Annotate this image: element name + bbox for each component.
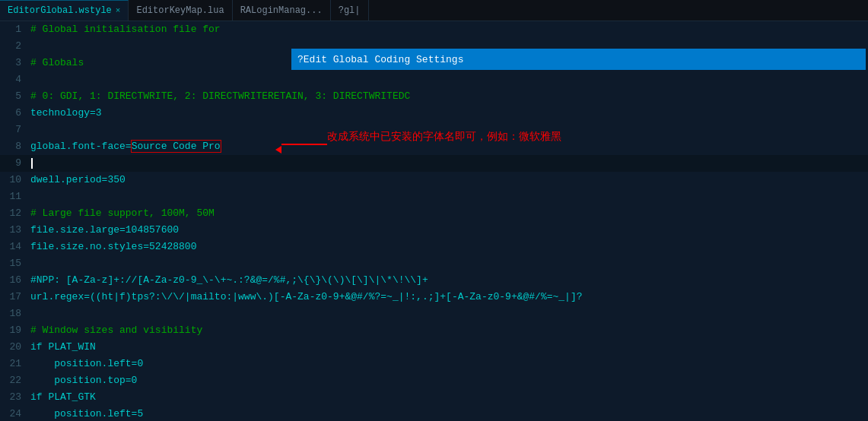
line-number: 4 [0, 71, 30, 88]
line-content: position.left=0 [30, 356, 868, 372]
line-number: 24 [0, 406, 30, 421]
line-number: 6 [0, 105, 30, 122]
line-number: 17 [0, 289, 30, 305]
autocomplete-text: ?Edit Global Coding Settings [297, 54, 463, 65]
tab-editor-global[interactable]: EditorGlobal.wstyle × [0, 0, 129, 21]
cursor [31, 158, 33, 169]
tab-label: EditorGlobal.wstyle [8, 5, 112, 16]
line-content: dwell.period=350 [30, 172, 868, 188]
code-line-1: 1# Global initialisation file for [0, 21, 868, 38]
line-number: 14 [0, 239, 30, 255]
line-number: 22 [0, 372, 30, 389]
comment-text: # Window sizes and visibility [30, 324, 202, 336]
code-line-17: 17url.regex=((ht|f)tps?:\/\/|mailto:|www… [0, 289, 868, 305]
code-line-13: 13file.size.large=104857600 [0, 222, 868, 239]
line-content: if PLAT_GTK [30, 389, 868, 406]
comment-text: # Globals [30, 57, 84, 68]
comment-text: # Global initialisation file for [30, 24, 221, 35]
code-line-16: 16#NPP: [A-Za-z]+://[A-Za-z0-9_\-\+~.:?&… [0, 272, 868, 289]
line-content: file.size.no.styles=52428800 [30, 239, 868, 255]
font-face-key: global.font-face= [30, 141, 132, 152]
tab-extra[interactable]: ?gl| [331, 0, 369, 21]
code-line-14: 14file.size.no.styles=52428800 [0, 239, 868, 255]
line-number: 12 [0, 205, 30, 222]
line-number: 7 [0, 122, 30, 138]
code-line-20: 20if PLAT_WIN [0, 339, 868, 356]
code-line-5: 5# 0: GDI, 1: DIRECTWRITE, 2: DIRECTWRIT… [0, 88, 868, 105]
line-content: # Window sizes and visibility [30, 322, 868, 339]
line-content: # 0: GDI, 1: DIRECTWRITE, 2: DIRECTWRITE… [30, 88, 868, 105]
line-number: 5 [0, 88, 30, 105]
tab-label: ?gl| [339, 5, 361, 16]
code-editor[interactable]: 1# Global initialisation file for23# Glo… [0, 21, 868, 421]
line-content: url.regex=((ht|f)tps?:\/\/|mailto:|www\.… [30, 289, 868, 305]
code-line-8: 8global.font-face=Source Code Pro [0, 138, 868, 155]
tab-label: RALoginManag... [240, 5, 323, 16]
code-line-11: 11 [0, 188, 868, 205]
code-line-4: 4 [0, 71, 868, 88]
line-number: 21 [0, 356, 30, 372]
line-content: if PLAT_WIN [30, 339, 868, 356]
line-number: 15 [0, 255, 30, 272]
code-line-6: 6technology=3 [0, 105, 868, 122]
line-number: 2 [0, 38, 30, 55]
line-content: # Large file support, 100M, 50M [30, 205, 868, 222]
line-number: 3 [0, 55, 30, 71]
line-number: 20 [0, 339, 30, 356]
line-number: 11 [0, 188, 30, 205]
editor-container: ?Edit Global Coding Settings 1# Global i… [0, 21, 868, 421]
line-content [30, 155, 868, 172]
line-number: 16 [0, 272, 30, 289]
comment-text: # Large file support, 100M, 50M [30, 207, 215, 219]
tab-close-icon[interactable]: × [116, 6, 121, 15]
tab-bar: EditorGlobal.wstyle × EditorKeyMap.lua R… [0, 0, 868, 21]
code-line-22: 22 position.top=0 [0, 372, 868, 389]
code-line-18: 18 [0, 305, 868, 322]
code-line-10: 10dwell.period=350 [0, 172, 868, 188]
autocomplete-dropdown[interactable]: ?Edit Global Coding Settings [291, 49, 866, 70]
tab-label: EditorKeyMap.lua [136, 5, 224, 16]
code-line-24: 24 position.left=5 [0, 406, 868, 421]
code-line-23: 23if PLAT_GTK [0, 389, 868, 406]
line-content: file.size.large=104857600 [30, 222, 868, 239]
line-number: 10 [0, 172, 30, 188]
tab-ra-login[interactable]: RALoginManag... [233, 0, 331, 21]
code-line-12: 12# Large file support, 100M, 50M [0, 205, 868, 222]
line-content: #NPP: [A-Za-z]+://[A-Za-z0-9_\-\+~.:?&@=… [30, 272, 868, 289]
line-number: 19 [0, 322, 30, 339]
code-line-9: 9 [0, 155, 868, 172]
line-number: 1 [0, 21, 30, 38]
line-number: 13 [0, 222, 30, 239]
code-line-21: 21 position.left=0 [0, 356, 868, 372]
font-face-value: Source Code Pro [132, 141, 221, 152]
line-content: global.font-face=Source Code Pro [30, 138, 868, 155]
line-number: 9 [0, 155, 30, 172]
comment-text: # 0: GDI, 1: DIRECTWRITE, 2: DIRECTWRITE… [30, 90, 410, 102]
code-line-19: 19# Window sizes and visibility [0, 322, 868, 339]
line-number: 8 [0, 138, 30, 155]
line-content: technology=3 [30, 105, 868, 122]
code-line-15: 15 [0, 255, 868, 272]
line-content: position.top=0 [30, 372, 868, 389]
line-content: position.left=5 [30, 406, 868, 421]
code-line-7: 7 [0, 122, 868, 138]
line-content: # Global initialisation file for [30, 21, 868, 38]
tab-editor-keymap[interactable]: EditorKeyMap.lua [129, 0, 232, 21]
line-number: 23 [0, 389, 30, 406]
line-number: 18 [0, 305, 30, 322]
